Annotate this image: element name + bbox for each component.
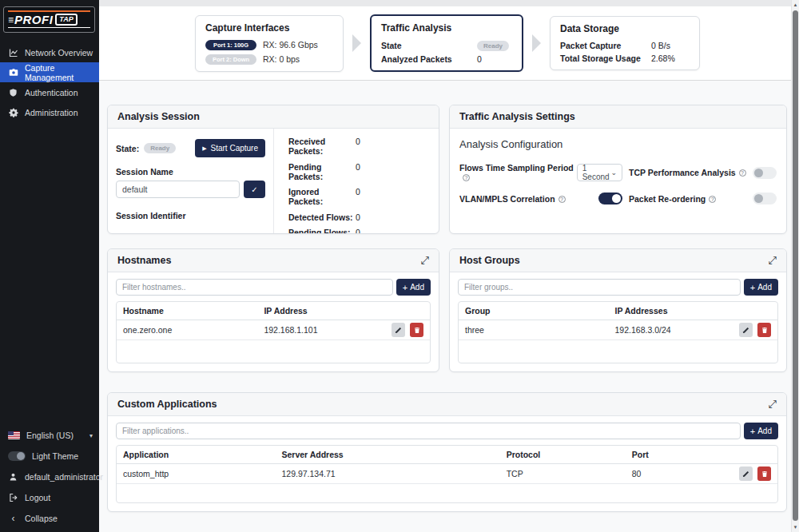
gear-icon bbox=[8, 107, 18, 117]
sidebar-nav: Network Overview Capture Management Auth… bbox=[0, 42, 99, 122]
sampling-period-label: Flows Time Sampling Period? bbox=[459, 163, 577, 182]
port2-rx: RX: 0 bps bbox=[263, 54, 333, 64]
expand-icon[interactable]: ⤢ bbox=[421, 254, 429, 267]
analysis-session-card: Analysis Session State: Ready ▶ Start Ca… bbox=[107, 105, 439, 234]
sidebar-item-label: Authentication bbox=[25, 88, 78, 97]
scroll-down-icon[interactable]: ▼ bbox=[792, 525, 799, 530]
host-groups-card: Host Groups ⤢ +Add Group IP Addresses bbox=[449, 248, 787, 372]
column-header: Server Address bbox=[275, 446, 499, 464]
caret-down-icon: ▾ bbox=[89, 432, 93, 439]
edit-button[interactable] bbox=[739, 466, 753, 481]
analyzed-packets-value: 0 bbox=[477, 54, 512, 64]
packet-reordering-toggle[interactable] bbox=[753, 193, 777, 204]
status-badge: Ready bbox=[477, 41, 509, 51]
hostnames-card: Hostnames ⤢ +Add Hostname IP Address bbox=[107, 248, 439, 372]
pencil-icon bbox=[742, 468, 749, 480]
traffic-analysis-card[interactable]: Traffic Analysis State Ready Analyzed Pa… bbox=[370, 14, 523, 72]
theme-label: Light Theme bbox=[32, 451, 78, 461]
sidebar-item-capture-management[interactable]: Capture Management bbox=[0, 62, 99, 82]
sidebar: ≡ PROFI TAP Network Overview Capture Man… bbox=[0, 0, 99, 532]
vertical-scrollbar[interactable]: ▲ ▼ bbox=[791, 0, 799, 532]
help-icon[interactable]: ? bbox=[709, 196, 716, 203]
hostnames-filter-input[interactable] bbox=[116, 279, 393, 296]
sidebar-item-authentication[interactable]: Authentication bbox=[0, 82, 99, 102]
stat-row: Ignored Packets:0 bbox=[288, 187, 431, 206]
stat-row: Received Packets:0 bbox=[288, 137, 431, 156]
packet-capture-label: Packet Capture bbox=[560, 41, 645, 50]
column-header: Hostname bbox=[117, 302, 257, 320]
toggle-knob bbox=[17, 452, 25, 460]
shield-icon bbox=[8, 87, 18, 97]
server-address-cell: 129.97.134.71 bbox=[275, 464, 499, 484]
summary-header: Capture Interfaces Port 1: 100G RX: 96.6… bbox=[99, 6, 799, 81]
applications-table: Application Server Address Protocol Port… bbox=[116, 445, 778, 503]
main-area: Capture Interfaces Port 1: 100G RX: 96.6… bbox=[99, 0, 799, 532]
chart-line-icon bbox=[8, 47, 18, 58]
theme-toggle-item[interactable]: Light Theme bbox=[0, 446, 99, 466]
help-icon[interactable]: ? bbox=[463, 174, 470, 181]
pencil-icon bbox=[395, 324, 402, 336]
confirm-button[interactable]: ✓ bbox=[244, 181, 265, 198]
logout-label: Logout bbox=[25, 493, 50, 502]
column-header: Group bbox=[459, 302, 609, 320]
logo-bars-icon: ≡ bbox=[8, 15, 14, 25]
card-title: Hostnames bbox=[117, 255, 171, 266]
column-header: IP Addresses bbox=[609, 302, 733, 320]
chevron-left-icon: ‹ bbox=[8, 514, 18, 524]
help-icon[interactable]: ? bbox=[739, 169, 746, 177]
logout-icon bbox=[8, 493, 18, 503]
delete-button[interactable] bbox=[757, 323, 771, 337]
edit-button[interactable] bbox=[739, 323, 753, 337]
collapse-item[interactable]: ‹ Collapse bbox=[0, 508, 99, 529]
port-cell: 80 bbox=[626, 464, 733, 484]
card-title: Data Storage bbox=[560, 23, 690, 34]
column-header: Application bbox=[117, 446, 275, 464]
groups-filter-input[interactable] bbox=[458, 279, 741, 296]
expand-icon[interactable]: ⤢ bbox=[769, 254, 777, 267]
trash-icon bbox=[414, 324, 420, 336]
card-title: Custom Applications bbox=[117, 399, 217, 410]
us-flag-icon bbox=[8, 431, 20, 439]
sampling-period-select[interactable]: 1 Second ⌄ bbox=[577, 164, 622, 181]
sidebar-item-network-overview[interactable]: Network Overview bbox=[0, 42, 99, 62]
scroll-up-icon[interactable]: ▲ bbox=[792, 2, 799, 7]
theme-toggle[interactable] bbox=[8, 451, 26, 461]
ip-address-cell: 192.168.1.101 bbox=[257, 320, 385, 340]
edit-button[interactable] bbox=[392, 323, 405, 337]
help-icon[interactable]: ? bbox=[559, 196, 566, 203]
port2-badge: Port 2: Down bbox=[205, 54, 256, 65]
language-selector[interactable]: English (US) ▾ bbox=[0, 425, 99, 446]
add-group-button[interactable]: +Add bbox=[744, 279, 778, 296]
vlan-mpls-toggle[interactable] bbox=[598, 193, 622, 204]
sidebar-item-administration[interactable]: Administration bbox=[0, 102, 99, 122]
sidebar-footer: English (US) ▾ Light Theme default_admin… bbox=[0, 425, 99, 529]
chevron-down-icon: ⌄ bbox=[610, 169, 617, 177]
user-menu-item[interactable]: default_administrator bbox=[0, 466, 99, 487]
start-capture-button[interactable]: ▶ Start Capture bbox=[195, 139, 265, 157]
arrow-right-icon bbox=[352, 34, 361, 52]
hostname-cell: one.zero.one bbox=[117, 320, 257, 340]
packet-reordering-label: Packet Re-ordering? bbox=[629, 194, 716, 204]
capture-interfaces-card[interactable]: Capture Interfaces Port 1: 100G RX: 96.6… bbox=[195, 15, 344, 72]
check-icon: ✓ bbox=[251, 185, 257, 194]
add-application-button[interactable]: +Add bbox=[744, 423, 778, 439]
scrollbar-thumb[interactable] bbox=[793, 10, 798, 521]
plus-icon: + bbox=[750, 427, 755, 436]
expand-icon[interactable]: ⤢ bbox=[769, 398, 777, 411]
tcp-performance-label: TCP Performance Analysis? bbox=[629, 168, 746, 177]
toggle-knob bbox=[612, 194, 621, 203]
delete-button[interactable] bbox=[757, 466, 771, 481]
delete-button[interactable] bbox=[410, 323, 423, 337]
table-row: custom_http 129.97.134.71 TCP 80 bbox=[117, 464, 777, 484]
top-strip bbox=[99, 0, 799, 6]
add-hostname-button[interactable]: +Add bbox=[396, 279, 431, 296]
port1-badge: Port 1: 100G bbox=[205, 40, 256, 50]
card-title: Traffic Analysis bbox=[381, 22, 512, 34]
tcp-performance-toggle[interactable] bbox=[753, 167, 777, 179]
data-storage-card[interactable]: Data Storage Packet Capture 0 B/s Total … bbox=[550, 16, 700, 70]
session-name-input[interactable] bbox=[116, 181, 240, 198]
applications-filter-input[interactable] bbox=[116, 423, 741, 439]
card-title: Host Groups bbox=[459, 255, 520, 266]
logout-item[interactable]: Logout bbox=[0, 487, 99, 508]
column-header: Port bbox=[626, 446, 733, 464]
